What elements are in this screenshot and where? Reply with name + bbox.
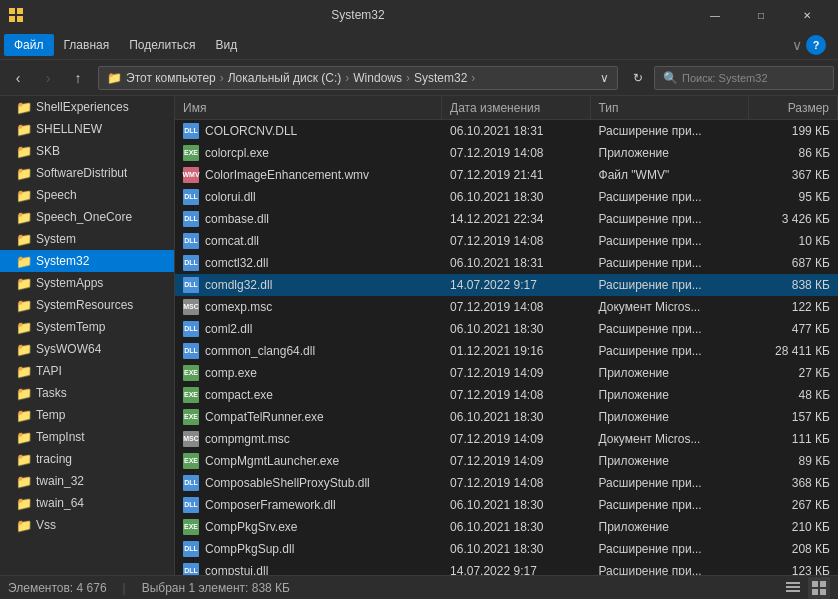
sidebar-item[interactable]: 📁 tracing — [0, 448, 174, 470]
table-row[interactable]: DLL common_clang64.dll 01.12.2021 19:16 … — [175, 340, 838, 362]
file-name-cell: DLL comctl32.dll — [175, 255, 442, 271]
breadcrumb-bar[interactable]: 📁 Этот компьютер › Локальный диск (C:) ›… — [98, 66, 618, 90]
file-name: CompPkgSrv.exe — [205, 520, 297, 534]
file-type-cell: Файл "WMV" — [591, 168, 749, 182]
file-name-cell: EXE compact.exe — [175, 387, 442, 403]
folder-icon: 📁 — [16, 187, 32, 203]
sidebar-item[interactable]: 📁 TAPI — [0, 360, 174, 382]
maximize-button[interactable]: □ — [738, 0, 784, 30]
file-date-cell: 07.12.2019 14:08 — [442, 300, 590, 314]
file-name-cell: DLL COLORCNV.DLL — [175, 123, 442, 139]
sidebar-item[interactable]: 📁 Tasks — [0, 382, 174, 404]
search-icon: 🔍 — [663, 71, 678, 85]
menu-item-file[interactable]: Файл — [4, 34, 54, 56]
file-name: comp.exe — [205, 366, 257, 380]
sidebar-item[interactable]: 📁 TempInst — [0, 426, 174, 448]
sidebar-label: twain_64 — [36, 496, 84, 510]
table-row[interactable]: DLL ComposableShellProxyStub.dll 07.12.2… — [175, 472, 838, 494]
table-row[interactable]: DLL compstui.dll 14.07.2022 9:17 Расшире… — [175, 560, 838, 575]
sidebar-item[interactable]: 📁 SoftwareDistribut — [0, 162, 174, 184]
breadcrumb-windows[interactable]: Windows — [353, 71, 402, 85]
back-button[interactable]: ‹ — [4, 64, 32, 92]
svg-rect-0 — [9, 8, 15, 14]
table-row[interactable]: EXE CompMgmtLauncher.exe 07.12.2019 14:0… — [175, 450, 838, 472]
sidebar-item[interactable]: 📁 Speech_OneCore — [0, 206, 174, 228]
menu-item-view[interactable]: Вид — [205, 34, 247, 56]
help-button[interactable]: ? — [806, 35, 826, 55]
file-name-cell: DLL CompPkgSup.dll — [175, 541, 442, 557]
table-row[interactable]: EXE compact.exe 07.12.2019 14:08 Приложе… — [175, 384, 838, 406]
file-size-cell: 267 КБ — [749, 498, 838, 512]
file-list: Имя Дата изменения Тип Размер DLL COLORC… — [175, 96, 838, 575]
file-type-cell: Приложение — [591, 366, 749, 380]
sidebar-item[interactable]: 📁 System32 — [0, 250, 174, 272]
menu-item-share[interactable]: Поделиться — [119, 34, 205, 56]
breadcrumb-this-pc[interactable]: Этот компьютер — [126, 71, 216, 85]
file-size-cell: 199 КБ — [749, 124, 838, 138]
sidebar-item[interactable]: 📁 twain_32 — [0, 470, 174, 492]
file-name-cell: MSC compmgmt.msc — [175, 431, 442, 447]
file-name: comdlg32.dll — [205, 278, 272, 292]
table-row[interactable]: EXE comp.exe 07.12.2019 14:09 Приложение… — [175, 362, 838, 384]
sidebar-item[interactable]: 📁 ShellExperiences — [0, 96, 174, 118]
folder-icon: 📁 — [16, 429, 32, 445]
sidebar-item[interactable]: 📁 SystemResources — [0, 294, 174, 316]
table-row[interactable]: DLL combase.dll 14.12.2021 22:34 Расшире… — [175, 208, 838, 230]
menu-item-home[interactable]: Главная — [54, 34, 120, 56]
sidebar-item[interactable]: 📁 Temp — [0, 404, 174, 426]
sidebar-item[interactable]: 📁 Vss — [0, 514, 174, 536]
file-name-cell: EXE CompPkgSrv.exe — [175, 519, 442, 535]
col-header-size[interactable]: Размер — [749, 96, 838, 119]
sidebar-item[interactable]: 📁 SysWOW64 — [0, 338, 174, 360]
table-row[interactable]: EXE colorcpl.exe 07.12.2019 14:08 Прилож… — [175, 142, 838, 164]
view-details-button[interactable] — [808, 577, 830, 599]
file-type-icon: EXE — [183, 145, 199, 161]
sidebar-item[interactable]: 📁 System — [0, 228, 174, 250]
sidebar-item[interactable]: 📁 SystemTemp — [0, 316, 174, 338]
sidebar-item[interactable]: 📁 SystemApps — [0, 272, 174, 294]
file-type-icon: EXE — [183, 453, 199, 469]
minimize-button[interactable]: — — [692, 0, 738, 30]
file-name: colorui.dll — [205, 190, 256, 204]
file-size-cell: 48 КБ — [749, 388, 838, 402]
col-header-type[interactable]: Тип — [591, 96, 749, 119]
refresh-button[interactable]: ↻ — [624, 64, 652, 92]
main-content: 📁 ShellExperiences 📁 SHELLNEW 📁 SKB 📁 So… — [0, 96, 838, 575]
search-bar[interactable]: 🔍 Поиск: System32 — [654, 66, 834, 90]
table-row[interactable]: DLL comdlg32.dll 14.07.2022 9:17 Расшире… — [175, 274, 838, 296]
breadcrumb-c-drive[interactable]: Локальный диск (C:) — [228, 71, 342, 85]
col-header-name[interactable]: Имя — [175, 96, 442, 119]
table-row[interactable]: DLL COLORCNV.DLL 06.10.2021 18:31 Расшир… — [175, 120, 838, 142]
file-date-cell: 07.12.2019 14:09 — [442, 432, 590, 446]
table-row[interactable]: EXE CompPkgSrv.exe 06.10.2021 18:30 Прил… — [175, 516, 838, 538]
table-row[interactable]: DLL coml2.dll 06.10.2021 18:30 Расширени… — [175, 318, 838, 340]
table-row[interactable]: MSC comexp.msc 07.12.2019 14:08 Документ… — [175, 296, 838, 318]
file-size-cell: 10 КБ — [749, 234, 838, 248]
table-row[interactable]: DLL comctl32.dll 06.10.2021 18:31 Расшир… — [175, 252, 838, 274]
table-row[interactable]: DLL comcat.dll 07.12.2019 14:08 Расширен… — [175, 230, 838, 252]
table-row[interactable]: WMV ColorImageEnhancement.wmv 07.12.2019… — [175, 164, 838, 186]
table-row[interactable]: DLL CompPkgSup.dll 06.10.2021 18:30 Расш… — [175, 538, 838, 560]
file-name: COLORCNV.DLL — [205, 124, 297, 138]
sidebar-item[interactable]: 📁 twain_64 — [0, 492, 174, 514]
table-row[interactable]: MSC compmgmt.msc 07.12.2019 14:09 Докуме… — [175, 428, 838, 450]
title-bar-icons — [8, 7, 24, 23]
title-bar-controls: — □ ✕ — [692, 0, 830, 30]
table-row[interactable]: DLL ComposerFramework.dll 06.10.2021 18:… — [175, 494, 838, 516]
breadcrumb-system32[interactable]: System32 — [414, 71, 467, 85]
table-row[interactable]: EXE CompatTelRunner.exe 06.10.2021 18:30… — [175, 406, 838, 428]
table-row[interactable]: DLL colorui.dll 06.10.2021 18:30 Расшире… — [175, 186, 838, 208]
view-controls — [782, 577, 830, 599]
close-button[interactable]: ✕ — [784, 0, 830, 30]
up-button[interactable]: ↑ — [64, 64, 92, 92]
breadcrumb-dropdown-icon[interactable]: ∨ — [600, 71, 609, 85]
file-size-cell: 157 КБ — [749, 410, 838, 424]
file-name-cell: MSC comexp.msc — [175, 299, 442, 315]
forward-button[interactable]: › — [34, 64, 62, 92]
sidebar-item[interactable]: 📁 Speech — [0, 184, 174, 206]
view-list-button[interactable] — [782, 577, 804, 599]
sidebar-item[interactable]: 📁 SHELLNEW — [0, 118, 174, 140]
file-date-cell: 06.10.2021 18:31 — [442, 124, 590, 138]
col-header-date[interactable]: Дата изменения — [442, 96, 590, 119]
sidebar-item[interactable]: 📁 SKB — [0, 140, 174, 162]
